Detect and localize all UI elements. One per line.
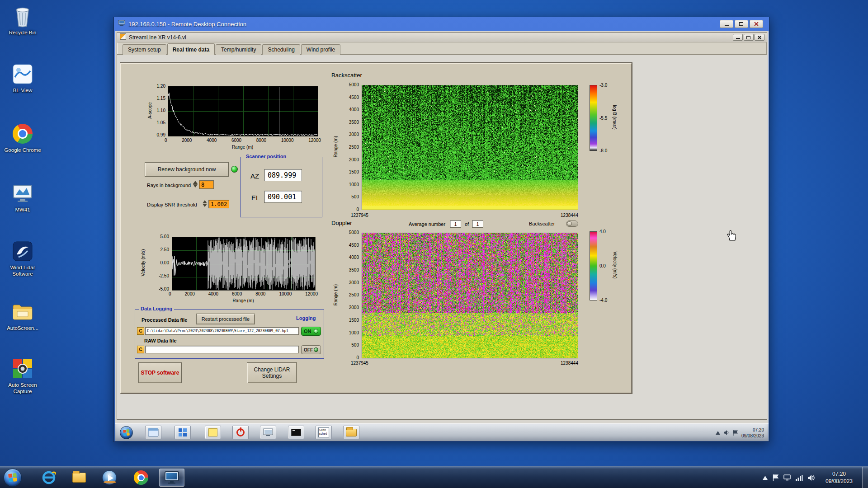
rays-in-background-label: Rays in background <box>147 183 191 188</box>
remote-taskbar-folder-button[interactable] <box>343 426 359 439</box>
app-minimize-button[interactable] <box>733 34 743 41</box>
rdp-minimize-button[interactable] <box>720 20 733 28</box>
backscatter-toggle-switch[interactable] <box>566 221 578 227</box>
remote-taskbar-power-button[interactable] <box>232 426 249 439</box>
wind-lidar-icon <box>2 239 43 263</box>
doppler-y-axis-label: Range (m) <box>333 277 338 313</box>
desktop-icon-auto-screen-capture[interactable]: Auto Screen Capture <box>2 357 43 395</box>
tick-label: 2500 <box>349 292 359 297</box>
desktop-icon-bl-view[interactable]: BL-View <box>2 62 43 94</box>
tab-scheduling[interactable]: Scheduling <box>262 44 300 55</box>
doppler-title: Doppler <box>331 220 352 226</box>
remote-taskbar-cmd-button[interactable] <box>288 426 304 439</box>
minimize-icon <box>736 38 740 39</box>
tick-label: -2.50 <box>159 273 169 278</box>
remote-time: 07:20 <box>741 427 764 433</box>
tick-label: 2.50 <box>160 247 169 252</box>
volume-icon[interactable] <box>808 475 815 481</box>
remote-taskbar-scan-sched-button[interactable]: Scan sched <box>316 426 332 439</box>
desktop-icon-wind-lidar-software[interactable]: Wind Lidar Software <box>2 239 43 277</box>
snr-value-field[interactable]: 1.002 <box>208 200 229 208</box>
folder-icon <box>2 300 43 324</box>
app-close-button[interactable] <box>755 34 764 41</box>
doppler-colorbar-label: Velocity (m/s) <box>613 243 618 288</box>
remote-taskbar-capture-button[interactable] <box>260 426 276 439</box>
hidden-icons-arrow-icon[interactable] <box>716 431 720 435</box>
desktop-icon-autoscreen-folder[interactable]: AutoScreen... <box>2 300 43 331</box>
tick-label: 4500 <box>349 95 359 100</box>
remote-taskbar: Scan sched 07:20 09/08/2023 <box>115 423 769 441</box>
network-icon[interactable] <box>796 475 803 481</box>
rdp-close-button[interactable] <box>750 20 763 28</box>
remote-clock[interactable]: 07:20 09/08/2023 <box>741 427 767 439</box>
logging-label: Logging <box>296 315 316 321</box>
rdp-title-bar[interactable]: 192.168.0.150 - Remote Desktop Connectio… <box>115 17 768 31</box>
velocity-plot <box>172 237 316 291</box>
doppler-colorbar-ticks: 4.00.0-4.0 <box>599 229 613 303</box>
tick-label: 6000 <box>231 138 241 143</box>
backscatter-x-start: 1237945 <box>351 213 368 218</box>
ascope-x-axis-label: Range (m) <box>168 145 317 150</box>
action-center-flag-icon[interactable] <box>733 430 738 436</box>
tick-label: 2500 <box>349 145 359 150</box>
processed-data-file-path[interactable]: C:\Lidar\Data\Proc\2023\202308\20230809\… <box>145 327 299 335</box>
remote-taskbar-explorer-button[interactable] <box>145 426 161 439</box>
raw-logging-toggle-off[interactable]: OFF <box>301 345 321 354</box>
tab-temp-humidity[interactable]: Temp/humidity <box>216 44 261 55</box>
tick-label: 4500 <box>349 243 359 248</box>
chrome-icon <box>134 470 148 485</box>
mouse-cursor-hand <box>726 230 736 243</box>
tab-wind-profile[interactable]: Wind profile <box>301 44 340 55</box>
desktop-icon-mw41[interactable]: MW41 <box>2 182 43 213</box>
desktop-icon-recycle-bin[interactable]: Recycle Bin <box>2 5 43 36</box>
taskbar-remote-desktop-active[interactable] <box>159 469 184 487</box>
stop-software-button[interactable]: STOP software <box>138 362 182 383</box>
desktop-icon-google-chrome[interactable]: Google Chrome <box>2 122 43 153</box>
show-desktop-button[interactable] <box>862 467 868 488</box>
az-value-field[interactable]: 089.999 <box>264 169 302 181</box>
tab-real-time-data[interactable]: Real time data <box>167 43 215 55</box>
remote-system-tray: 07:20 09/08/2023 <box>716 424 767 441</box>
hidden-icons-button[interactable] <box>763 476 768 480</box>
volume-icon[interactable] <box>724 430 729 435</box>
action-center-flag-icon[interactable] <box>773 474 778 481</box>
taskbar-google-chrome[interactable] <box>128 469 154 487</box>
taskbar-windows-explorer[interactable] <box>66 469 92 487</box>
raw-data-file-path[interactable] <box>145 346 299 353</box>
app-title-bar[interactable]: StreamLine XR v14-6.vi <box>117 33 767 42</box>
snr-threshold-label: Display SNR threshold <box>147 202 197 207</box>
tick-label: 1500 <box>349 169 359 174</box>
az-label: AZ <box>250 172 259 180</box>
renew-background-button[interactable]: Renew background now <box>145 162 229 177</box>
tick-label: 3500 <box>349 120 359 125</box>
tab-system-setup[interactable]: System setup <box>123 44 166 55</box>
off-label: OFF <box>304 347 313 352</box>
average-number-field[interactable]: 1 <box>450 220 461 228</box>
taskbar-media-player[interactable] <box>97 469 122 487</box>
tick-label: 2000 <box>349 305 359 310</box>
processed-logging-toggle-on[interactable]: ON <box>301 327 321 336</box>
change-lidar-settings-button[interactable]: Change LiDAR Settings <box>247 362 297 383</box>
rays-value-field[interactable]: 8 <box>199 180 214 189</box>
remote-taskbar-app-grid-button[interactable] <box>175 426 191 439</box>
display-icon[interactable] <box>783 474 791 481</box>
tick-label: 1500 <box>349 318 359 323</box>
rays-spinner[interactable] <box>192 181 198 188</box>
snr-spinner[interactable] <box>202 200 208 207</box>
rdp-maximize-button[interactable] <box>735 20 748 28</box>
tick-label: 5000 <box>349 230 359 235</box>
average-total-field[interactable]: 1 <box>472 220 483 228</box>
rdp-window-title: 192.168.0.150 - Remote Desktop Connectio… <box>128 21 246 28</box>
app-maximize-button[interactable] <box>744 34 754 41</box>
taskbar-clock[interactable]: 07:20 09/08/2023 <box>820 470 859 485</box>
start-button[interactable] <box>4 469 22 487</box>
taskbar-internet-explorer[interactable] <box>36 469 61 487</box>
processed-drive-icon[interactable]: C <box>137 327 144 335</box>
chrome-icon <box>2 122 43 145</box>
folder-icon <box>346 429 357 436</box>
raw-drive-icon[interactable]: C <box>137 346 144 353</box>
restart-processed-file-button[interactable]: Restart processed file <box>196 314 255 324</box>
el-value-field[interactable]: 090.001 <box>264 191 302 203</box>
remote-start-button[interactable] <box>120 426 133 439</box>
remote-taskbar-notes-button[interactable] <box>205 426 221 439</box>
